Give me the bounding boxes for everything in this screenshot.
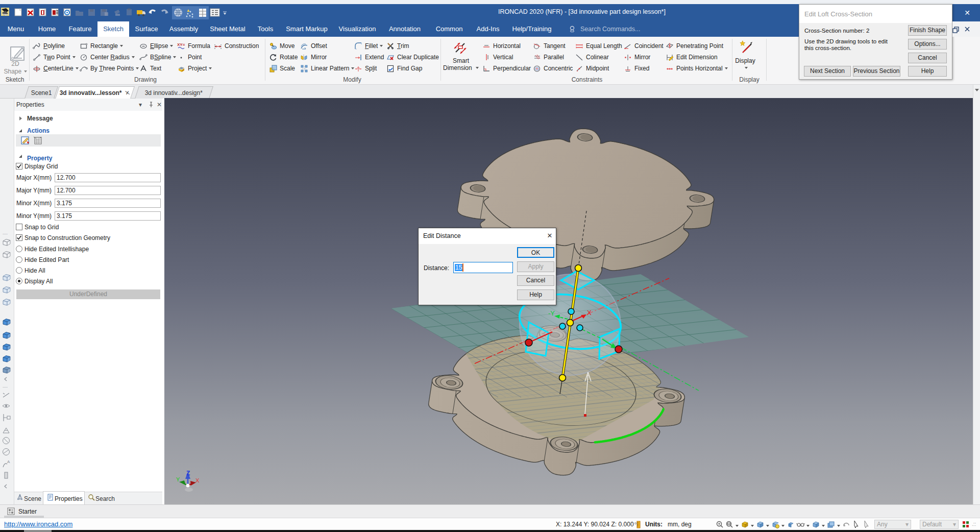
svg-text:Z: Z (186, 470, 190, 477)
svg-text:X: X (195, 477, 200, 483)
svg-text:X: X (587, 309, 592, 317)
svg-text:Y: Y (176, 476, 180, 482)
svg-text:....: .... (3, 383, 8, 389)
svg-text:-Y: -Y (548, 309, 555, 317)
svg-text:A: A (7, 460, 10, 464)
svg-text:o: o (634, 521, 636, 525)
svg-text:XY=: XY= (177, 42, 185, 47)
svg-text:....: .... (3, 230, 8, 235)
